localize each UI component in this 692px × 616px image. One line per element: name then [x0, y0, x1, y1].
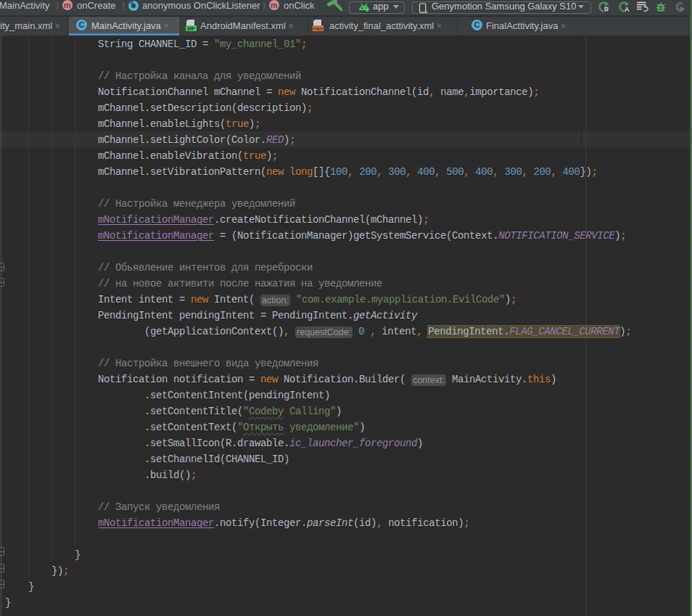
svg-text:<x>: <x>	[313, 25, 324, 32]
svg-text:A: A	[625, 5, 630, 13]
svg-text:MF: MF	[187, 25, 195, 32]
